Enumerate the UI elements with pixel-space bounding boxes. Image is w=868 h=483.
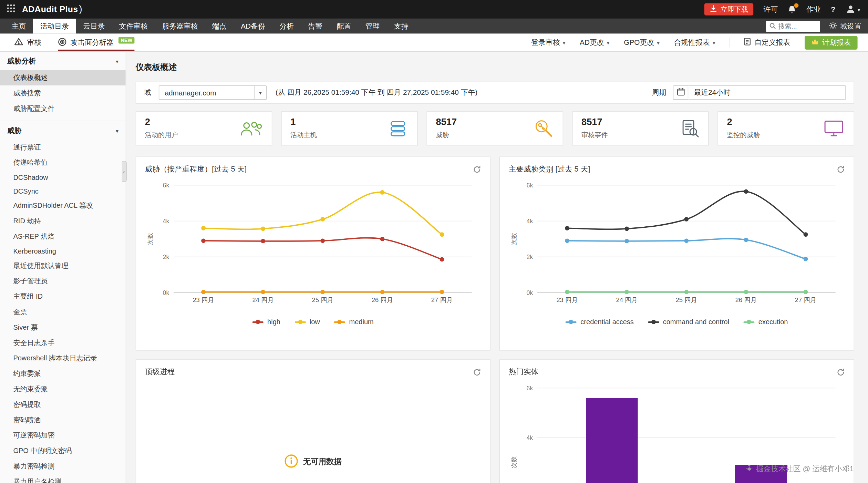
- data-point[interactable]: [744, 189, 748, 194]
- stat-card[interactable]: 1活动主机: [281, 111, 418, 145]
- sidebar-item[interactable]: 密码喷洒: [0, 412, 126, 428]
- scheduled-reports-button[interactable]: 计划报表: [805, 35, 858, 49]
- nav-tab[interactable]: 云目录: [76, 19, 112, 33]
- sidebar-item[interactable]: Kerberoasting: [0, 244, 126, 258]
- jobs-link[interactable]: 作业: [806, 4, 821, 14]
- download-button[interactable]: 立即下载: [704, 3, 753, 16]
- apps-grid-icon[interactable]: [7, 4, 16, 15]
- nav-tab[interactable]: 端点: [205, 19, 234, 33]
- help-icon[interactable]: ?: [831, 5, 836, 14]
- subnav-item-attack-surface-analyzer[interactable]: 攻击面分析器 NEW: [58, 34, 134, 51]
- nav-tab[interactable]: 告警: [301, 19, 330, 33]
- custom-reports-button[interactable]: 自定义报表: [730, 38, 790, 48]
- data-point[interactable]: [440, 257, 444, 261]
- stat-card[interactable]: 2活动的用户: [136, 111, 272, 145]
- data-point[interactable]: [201, 238, 206, 243]
- stat-card[interactable]: 8517威胁: [426, 111, 563, 145]
- notifications-bell-icon[interactable]: [788, 5, 797, 14]
- sidebar-item[interactable]: 威胁搜索: [0, 85, 126, 101]
- data-point[interactable]: [684, 238, 689, 243]
- refresh-icon[interactable]: [473, 165, 481, 173]
- data-point[interactable]: [380, 237, 385, 241]
- sidebar-item[interactable]: 无约束委派: [0, 381, 126, 397]
- data-point[interactable]: [380, 290, 385, 294]
- refresh-icon[interactable]: [473, 368, 481, 376]
- legend-item[interactable]: credential access: [566, 318, 634, 326]
- domain-settings-button[interactable]: 域设置: [829, 21, 861, 31]
- legend-item[interactable]: execution: [744, 318, 788, 326]
- nav-tab[interactable]: 分析: [272, 19, 301, 33]
- sidebar-item[interactable]: AdminSDHolder ACL 篡改: [0, 198, 126, 213]
- data-point[interactable]: [380, 190, 385, 195]
- calendar-button[interactable]: [673, 85, 689, 100]
- report-menu[interactable]: AD更改▾: [580, 38, 610, 48]
- bar[interactable]: [735, 465, 787, 483]
- sidebar-item[interactable]: 密码提取: [0, 397, 126, 412]
- data-point[interactable]: [744, 238, 748, 242]
- sidebar-item[interactable]: 约束委派: [0, 366, 126, 381]
- refresh-icon[interactable]: [837, 368, 845, 376]
- refresh-icon[interactable]: [837, 165, 845, 173]
- data-point[interactable]: [684, 290, 689, 294]
- sidebar-item[interactable]: 可逆密码加密: [0, 428, 126, 443]
- data-point[interactable]: [320, 238, 325, 243]
- sidebar-item[interactable]: DCSync: [0, 184, 126, 198]
- data-point[interactable]: [261, 290, 265, 294]
- stat-card[interactable]: 2监控的威胁: [717, 111, 854, 145]
- sidebar-item[interactable]: 暴力密码检测: [0, 459, 126, 474]
- sidebar-collapse-handle[interactable]: ‹: [122, 161, 127, 182]
- sidebar-item[interactable]: 传递哈希值: [0, 155, 126, 171]
- data-point[interactable]: [624, 290, 629, 294]
- nav-tab[interactable]: 支持: [387, 19, 415, 33]
- data-point[interactable]: [684, 217, 689, 222]
- data-point[interactable]: [744, 290, 748, 294]
- period-value-field[interactable]: 最近24小时: [688, 85, 846, 100]
- sidebar-item[interactable]: GPO 中的明文密码: [0, 443, 126, 459]
- report-menu[interactable]: 登录审核▾: [531, 38, 565, 48]
- nav-tab[interactable]: 文件审核: [112, 19, 155, 33]
- legend-item[interactable]: command and control: [648, 318, 729, 326]
- data-point[interactable]: [201, 226, 206, 230]
- legend-item[interactable]: low: [295, 318, 320, 326]
- sidebar-item[interactable]: AS-REP 烘焙: [0, 229, 126, 244]
- sidebar-item[interactable]: 金票: [0, 304, 126, 320]
- stat-card[interactable]: 8517审核事件: [572, 111, 709, 145]
- sidebar-item[interactable]: 影子管理员: [0, 274, 126, 289]
- data-point[interactable]: [624, 227, 629, 231]
- nav-tab[interactable]: 管理: [358, 19, 387, 33]
- data-point[interactable]: [804, 290, 808, 294]
- data-point[interactable]: [804, 232, 808, 237]
- sidebar-section-header[interactable]: 威胁▾: [0, 121, 126, 139]
- nav-tab[interactable]: AD备份: [234, 19, 272, 33]
- data-point[interactable]: [320, 290, 325, 294]
- data-point[interactable]: [261, 239, 265, 243]
- search-input[interactable]: [778, 22, 818, 30]
- data-point[interactable]: [804, 257, 808, 261]
- nav-tab[interactable]: 服务器审核: [155, 19, 205, 33]
- data-point[interactable]: [440, 290, 444, 294]
- data-point[interactable]: [565, 238, 569, 243]
- sidebar-item[interactable]: 安全日志杀手: [0, 335, 126, 351]
- report-menu[interactable]: 合规性报表▾: [674, 38, 715, 48]
- data-point[interactable]: [261, 227, 265, 231]
- bar[interactable]: [586, 398, 638, 483]
- nav-tab[interactable]: 配置: [330, 19, 358, 33]
- license-link[interactable]: 许可: [764, 4, 778, 14]
- sidebar-item[interactable]: 威胁配置文件: [0, 101, 126, 116]
- data-point[interactable]: [565, 226, 569, 230]
- report-menu[interactable]: GPO更改▾: [624, 38, 660, 48]
- legend-item[interactable]: medium: [334, 318, 373, 326]
- data-point[interactable]: [440, 232, 444, 237]
- nav-tab[interactable]: 活动目录: [33, 19, 76, 33]
- domain-select[interactable]: admanager.com ▾: [159, 85, 267, 100]
- sidebar-item[interactable]: RID 劫持: [0, 213, 126, 229]
- sidebar-item[interactable]: 暴力用户名检测: [0, 474, 126, 483]
- sidebar-section-header[interactable]: 威胁分析▾: [0, 52, 126, 70]
- nav-tab[interactable]: 主页: [4, 19, 33, 33]
- sidebar-item[interactable]: 主要组 ID: [0, 289, 126, 304]
- data-point[interactable]: [624, 239, 629, 243]
- legend-item[interactable]: high: [252, 318, 280, 326]
- data-point[interactable]: [201, 290, 206, 294]
- search-box[interactable]: [766, 21, 820, 32]
- sidebar-item[interactable]: DCShadow: [0, 170, 126, 184]
